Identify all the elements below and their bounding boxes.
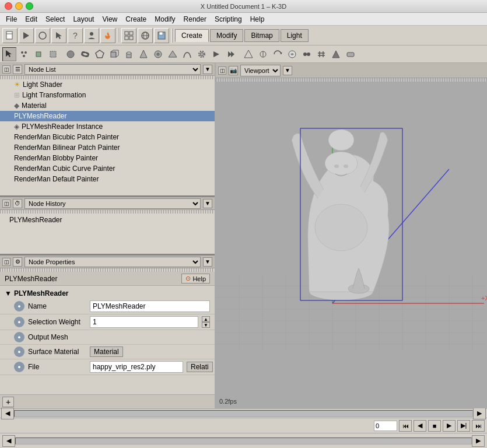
help-button[interactable]: ⊙ Help	[181, 274, 210, 284]
history-item[interactable]: PLYMeshReader	[0, 214, 215, 226]
list-item[interactable]: RenderMan Bilinear Patch Painter	[0, 142, 215, 153]
tool-move[interactable]	[31, 47, 45, 61]
toolbar-save[interactable]	[154, 28, 169, 43]
scroll-right[interactable]: ▶	[473, 408, 486, 419]
viewport-dropdown[interactable]: ▼	[283, 66, 292, 75]
status-scroll-right[interactable]: ▶	[472, 435, 485, 447]
prop-value-file[interactable]	[90, 361, 183, 373]
file-browse-button[interactable]: Relati	[187, 362, 213, 372]
tool-gamma[interactable]	[271, 47, 285, 61]
tool-theta[interactable]	[344, 47, 358, 61]
props-section-header[interactable]: ▼ PLYMeshReader	[0, 288, 215, 299]
tool-disk[interactable]	[151, 47, 165, 61]
node-props-select[interactable]: Node Properties	[24, 257, 201, 267]
tab-light[interactable]: Light	[281, 29, 309, 42]
play-play-button[interactable]: ▶	[443, 420, 456, 432]
node-list-dropdown[interactable]: ▼	[203, 65, 212, 74]
tool-beta[interactable]	[256, 47, 270, 61]
tool-zeta[interactable]	[314, 47, 328, 61]
tool-cone[interactable]	[136, 47, 150, 61]
add-property-button[interactable]: +	[2, 397, 14, 407]
node-list-pin[interactable]: ◫	[2, 65, 10, 74]
window-controls[interactable]	[5, 2, 33, 10]
tool-eta[interactable]	[329, 47, 343, 61]
tool-sphere[interactable]	[64, 47, 78, 61]
node-list-select[interactable]: Node List	[24, 64, 201, 75]
tool-delta[interactable]	[285, 47, 299, 61]
tool-play[interactable]	[209, 47, 223, 61]
play-next-button[interactable]: ▶|	[457, 420, 470, 432]
prop-value-weight[interactable]	[90, 316, 198, 328]
menu-create[interactable]: Create	[122, 14, 150, 24]
play-stop-button[interactable]: ■	[428, 420, 441, 432]
list-item[interactable]: ◈ PLYMeshReader Instance	[0, 121, 215, 132]
toolbar-person[interactable]	[84, 28, 99, 43]
tab-bitmap[interactable]: Bitmap	[244, 29, 279, 42]
tool-points[interactable]	[17, 47, 31, 61]
scroll-left[interactable]: ◀	[1, 408, 14, 419]
play-first-button[interactable]: ⏮	[399, 420, 412, 432]
node-props-pin[interactable]: ◫	[2, 258, 10, 266]
toolbar-question[interactable]: ?	[68, 28, 83, 43]
toolbar-circle[interactable]	[35, 28, 50, 43]
scroll-track[interactable]	[14, 410, 473, 417]
node-props-dropdown[interactable]: ▼	[203, 257, 212, 267]
node-list-icon[interactable]: ☰	[13, 65, 22, 74]
list-item[interactable]: RenderMan Cubic Curve Painter	[0, 163, 215, 174]
toolbar-new[interactable]	[2, 28, 17, 43]
menu-view[interactable]: View	[99, 14, 121, 24]
tool-play-alt[interactable]	[224, 47, 238, 61]
menu-file[interactable]: File	[2, 14, 20, 24]
tool-torus[interactable]	[78, 47, 92, 61]
toolbar-globe[interactable]	[138, 28, 153, 43]
tool-epsilon[interactable]	[300, 47, 314, 61]
menu-help[interactable]: Help	[247, 14, 268, 24]
left-hscroll[interactable]: ◀ ▶	[0, 408, 487, 418]
minimize-button[interactable]	[15, 2, 23, 10]
tool-cube[interactable]	[107, 47, 121, 61]
tool-poly[interactable]	[93, 47, 107, 61]
viewport-pin[interactable]: ◫	[218, 66, 226, 75]
list-item[interactable]: RenderMan Default Painter	[0, 174, 215, 184]
close-button[interactable]	[5, 2, 12, 10]
status-scroll-track[interactable]	[15, 438, 472, 444]
node-history-icon[interactable]: ⏱	[13, 199, 22, 208]
tool-select[interactable]	[2, 47, 16, 61]
tool-alpha[interactable]	[241, 47, 255, 61]
spin-down[interactable]: ▼	[202, 322, 210, 328]
list-item[interactable]: ◆ Material	[0, 100, 215, 111]
spin-up[interactable]: ▲	[202, 316, 210, 322]
toolbar-grid[interactable]	[121, 28, 136, 43]
list-item[interactable]: RenderMan Bicubic Patch Painter	[0, 132, 215, 142]
node-history-pin[interactable]: ◫	[2, 200, 10, 208]
menu-layout[interactable]: Layout	[69, 14, 97, 24]
viewport-canvas[interactable]: +X +Y	[216, 82, 487, 408]
tool-bezier[interactable]	[180, 47, 194, 61]
toolbar-select[interactable]	[51, 28, 66, 43]
menu-scripting[interactable]: Scripting	[211, 14, 246, 24]
list-item[interactable]: ☀ Light Shader	[0, 79, 215, 90]
tool-gear[interactable]	[195, 47, 209, 61]
toolbar-run[interactable]	[19, 28, 34, 43]
node-history-dropdown[interactable]: ▼	[203, 199, 212, 208]
status-scroll-left[interactable]: ◀	[2, 435, 15, 447]
menu-render[interactable]: Render	[180, 14, 210, 24]
prop-value-name[interactable]	[90, 300, 210, 312]
menu-edit[interactable]: Edit	[22, 14, 41, 24]
prop-value-material[interactable]: Material	[90, 346, 123, 357]
node-history-select[interactable]: Node History	[24, 198, 201, 209]
tab-create[interactable]: Create	[175, 29, 209, 42]
frame-input[interactable]	[374, 421, 397, 431]
tab-modify[interactable]: Modify	[210, 29, 243, 42]
viewport-cam-icon[interactable]: 📷	[229, 66, 238, 75]
tool-rotate[interactable]	[46, 47, 60, 61]
menu-select[interactable]: Select	[42, 14, 68, 24]
list-item[interactable]: RenderMan Blobby Painter	[0, 153, 215, 163]
play-last-button[interactable]: ⏭	[472, 420, 485, 432]
tool-cylinder[interactable]	[122, 47, 136, 61]
list-item-selected[interactable]: PLYMeshReader	[0, 111, 215, 121]
toolbar-flame[interactable]	[100, 28, 115, 43]
menu-modify[interactable]: Modify	[151, 14, 178, 24]
list-item[interactable]: ⊞ Light Transformation	[0, 90, 215, 100]
viewport-select[interactable]: Viewport	[240, 65, 281, 76]
